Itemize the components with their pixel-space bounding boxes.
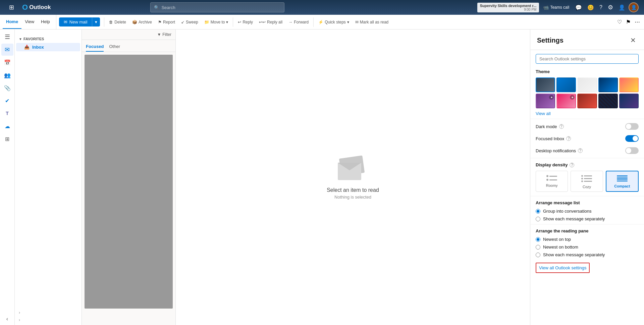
theme-mountain[interactable] — [536, 77, 555, 92]
arrange-message-list-title: Arrange message list — [536, 198, 639, 207]
dark-mode-toggle[interactable] — [625, 123, 639, 130]
density-compact[interactable]: Compact — [606, 171, 639, 192]
empty-state-title: Select an item to read — [327, 187, 379, 193]
reply-all-button[interactable]: ↩↩ Reply all — [256, 18, 285, 26]
move-chevron: ▾ — [226, 20, 228, 24]
chat-icon[interactable]: 💬 — [573, 2, 584, 13]
sidebar-calendar-button[interactable]: 📅 — [1, 56, 13, 68]
dark-mode-info-icon[interactable]: ? — [559, 124, 564, 129]
tab-home[interactable]: Home — [3, 15, 21, 29]
filter-button[interactable]: ▼ Filter — [157, 32, 171, 37]
focused-inbox-label: Focused Inbox — [536, 136, 564, 141]
archive-button[interactable]: 📦 Archive — [129, 18, 155, 26]
newest-top-radio[interactable] — [536, 237, 540, 242]
mail-icon: ✉ — [64, 19, 67, 24]
account-icon[interactable]: 👤 — [616, 2, 627, 13]
theme-red[interactable] — [577, 94, 597, 108]
filter-icon: ▼ — [157, 32, 161, 37]
move-icon: 📁 — [204, 20, 209, 24]
message-item-placeholder[interactable] — [85, 55, 173, 309]
icon-sidebar: ☰ ✉ 📅 👥 📎 ✔ T ☁ ⊞ ‹ — [0, 30, 15, 325]
settings-search-input[interactable] — [536, 54, 639, 64]
group-conversations-option[interactable]: Group into conversations — [536, 209, 639, 214]
more-icon[interactable]: ⋯ — [633, 17, 641, 26]
show-separately-option[interactable]: Show each message separately — [536, 216, 639, 221]
sidebar-menu-button[interactable]: ☰ — [1, 31, 13, 43]
density-roomy[interactable]: Roomy — [536, 171, 568, 192]
mark-all-read-button[interactable]: ✉ Mark all as read — [353, 18, 391, 26]
new-mail-dropdown[interactable]: ▾ — [92, 17, 100, 26]
new-mail-button[interactable]: ✉ New mail — [59, 17, 92, 26]
newest-bottom-radio[interactable] — [536, 245, 540, 250]
theme-dark-geo[interactable] — [619, 94, 639, 108]
theme-gradient[interactable] — [619, 77, 639, 92]
sweep-button[interactable]: ↙ Sweep — [178, 18, 201, 26]
show-separately-radio[interactable] — [536, 217, 540, 221]
forward-button[interactable]: → Forward — [286, 18, 311, 26]
theme-light[interactable] — [577, 77, 597, 92]
focused-inbox-toggle[interactable] — [625, 135, 639, 142]
teams-call-button[interactable]: 📹 Teams call — [540, 3, 572, 11]
newest-top-option[interactable]: Newest on top — [536, 237, 639, 242]
theme-purple[interactable]: ★ — [536, 94, 555, 108]
density-cozy[interactable]: Cozy — [571, 171, 603, 192]
theme-dark-pattern[interactable] — [598, 94, 618, 108]
avatar[interactable]: 👤 — [629, 2, 639, 12]
display-density-info-icon[interactable]: ? — [570, 163, 574, 167]
reply-icon: ↩ — [238, 20, 241, 24]
tab-help[interactable]: Help — [38, 15, 53, 29]
sidebar-teams-button[interactable]: T — [1, 107, 13, 119]
sidebar-expand-bottom2[interactable]: › — [15, 316, 82, 325]
reading-pane: Select an item to read Nothing is select… — [176, 30, 530, 325]
desktop-notif-toggle[interactable] — [625, 147, 639, 154]
quick-steps-button[interactable]: ⚡ Quick steps ▾ — [316, 18, 352, 26]
sidebar-onedrive-button[interactable]: ☁ — [1, 120, 13, 132]
view-all-settings-link[interactable]: View all Outlook settings — [536, 263, 590, 273]
sidebar-tasks-button[interactable]: ✔ — [1, 95, 13, 107]
density-roomy-label: Roomy — [546, 183, 558, 187]
waffle-icon[interactable]: ⊞ — [5, 1, 17, 13]
feedback-icon[interactable]: 😊 — [585, 2, 596, 13]
theme-dark-blue[interactable] — [598, 77, 618, 92]
sidebar-people-button[interactable]: 👥 — [1, 69, 13, 81]
sidebar-expand-bottom[interactable]: › — [15, 309, 82, 316]
density-cozy-label: Cozy — [583, 185, 591, 189]
theme-section-title: Theme — [536, 69, 639, 74]
focused-inbox-info-icon[interactable]: ? — [566, 136, 571, 141]
newest-bottom-option[interactable]: Newest on bottom — [536, 245, 639, 250]
tab-focused[interactable]: Focused — [86, 43, 104, 52]
sweep-icon: ↙ — [181, 20, 184, 24]
theme-pink[interactable]: ★ — [556, 94, 576, 108]
report-button[interactable]: ⚑ Report — [155, 18, 178, 26]
empty-state-sub: Nothing is selected — [334, 195, 371, 200]
reading-show-separately-radio[interactable] — [536, 253, 540, 257]
help-icon[interactable]: ? — [597, 2, 604, 12]
delete-icon: 🗑 — [109, 20, 113, 24]
flag-icon[interactable]: ⚑ — [625, 17, 632, 26]
new-mail-group: ✉ New mail ▾ — [59, 17, 100, 26]
move-to-button[interactable]: 📁 Move to ▾ — [202, 18, 231, 26]
favorites-group[interactable]: ▼ Favorites — [15, 35, 82, 43]
app-logo: O Outlook — [20, 3, 53, 12]
empty-state-icon — [336, 155, 370, 183]
tab-view[interactable]: View — [21, 15, 38, 29]
tab-other[interactable]: Other — [109, 43, 120, 52]
sidebar-apps-button[interactable]: ⊞ — [1, 133, 13, 145]
group-conversations-radio[interactable] — [536, 209, 540, 214]
delete-button[interactable]: 🗑 Delete — [106, 18, 129, 26]
reading-show-separately-option[interactable]: Show each message separately — [536, 252, 639, 257]
favorite-icon[interactable]: ♡ — [616, 17, 623, 26]
sidebar-mail-button[interactable]: ✉ — [1, 44, 13, 56]
desktop-notif-info-icon[interactable]: ? — [578, 148, 583, 153]
sidebar-files-button[interactable]: 📎 — [1, 82, 13, 94]
settings-close-button[interactable]: ✕ — [629, 35, 637, 46]
settings-icon[interactable]: ⚙ — [606, 2, 615, 13]
search-input[interactable] — [161, 5, 281, 10]
inbox-folder-item[interactable]: 📥 Inbox — [16, 43, 80, 51]
reply-button[interactable]: ↩ Reply — [235, 18, 256, 26]
sidebar-collapse-button[interactable]: ‹ — [1, 313, 13, 325]
view-all-themes-link[interactable]: View all — [536, 111, 551, 116]
desktop-notif-label: Desktop notifications — [536, 148, 576, 153]
theme-blue[interactable] — [556, 77, 576, 92]
quick-steps-icon: ⚡ — [318, 20, 323, 24]
